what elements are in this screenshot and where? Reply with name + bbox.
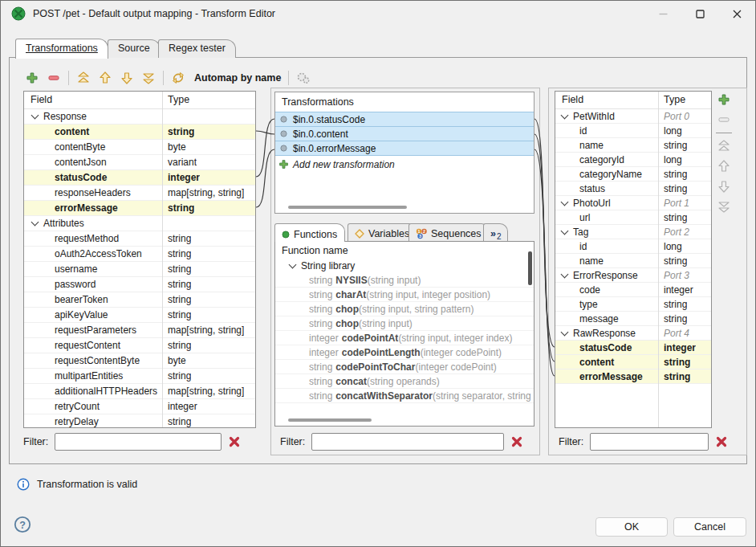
transformation-row[interactable]: $in.0.errorMessage (275, 141, 534, 156)
function-row[interactable]: stringconcat(string operands) (275, 374, 534, 389)
add-button[interactable] (25, 71, 39, 85)
table-row[interactable]: requestParametersmap[string, string] (24, 323, 255, 338)
cancel-button[interactable]: Cancel (673, 517, 746, 537)
tab-source[interactable]: Source (108, 39, 161, 58)
function-row[interactable]: integercodePointAt(string input, integer… (275, 331, 534, 345)
function-row[interactable]: stringchop(string input) (275, 316, 534, 331)
clear-input-filter-button[interactable] (229, 436, 240, 447)
output-table-body: PetWithIdPort 0idlongnamestringcategoryI… (555, 109, 711, 384)
table-row[interactable]: errorMessagestring (555, 369, 711, 384)
function-list-body: stringNYSIIS(string input)stringcharAt(s… (275, 273, 534, 403)
clear-output-filter-button[interactable] (716, 436, 727, 447)
table-row[interactable]: ErrorResponsePort 3 (555, 268, 711, 283)
move-top-output-button[interactable] (717, 139, 731, 153)
function-row[interactable]: stringNYSIIS(string input) (275, 273, 534, 288)
table-row[interactable]: oAuth2AccessTokenstring (24, 247, 255, 262)
transformation-row[interactable]: $in.0.content (275, 126, 534, 141)
input-filter-label: Filter: (23, 436, 48, 447)
table-row[interactable]: idlong (555, 239, 711, 254)
function-row[interactable]: stringchop(string input, string pattern) (275, 302, 534, 316)
table-row[interactable]: statusstring (555, 182, 711, 196)
help-button[interactable]: ? (14, 516, 31, 533)
move-bottom-button[interactable] (141, 71, 156, 85)
transformations-hscrollbar[interactable] (288, 206, 407, 209)
table-row[interactable]: TagPort 2 (555, 225, 711, 239)
automap-settings-button[interactable] (296, 71, 311, 85)
automap-button[interactable] (171, 71, 185, 85)
tab-transformations[interactable]: Transformations (15, 39, 108, 59)
function-list-hscrollbar[interactable] (288, 418, 372, 422)
type-cell: byte (162, 141, 186, 153)
function-filter-field[interactable] (311, 433, 504, 451)
table-row[interactable]: errorMessagestring (24, 201, 255, 216)
function-row[interactable]: stringconcatWithSeparator(string separat… (275, 389, 534, 403)
field-cell: content (555, 357, 658, 368)
move-up-output-button[interactable] (717, 159, 731, 173)
table-row[interactable]: PetWithIdPort 0 (555, 109, 711, 124)
table-row[interactable]: contentstring (555, 355, 711, 369)
function-row[interactable]: integercodePointLength(integer codePoint… (275, 345, 534, 360)
add-new-transformation-button[interactable]: Add new transformation (275, 157, 534, 172)
table-row[interactable]: typestring (555, 297, 711, 312)
table-row[interactable]: Response (24, 109, 255, 125)
function-group-row[interactable]: String library (275, 259, 534, 273)
table-row[interactable]: usernamestring (24, 262, 255, 277)
table-row[interactable]: codeinteger (555, 283, 711, 297)
tab-functions[interactable]: Functions (274, 223, 345, 242)
table-row[interactable]: namestring (555, 254, 711, 268)
move-bottom-output-button[interactable] (717, 199, 731, 214)
add-output-button[interactable] (717, 92, 731, 107)
table-row[interactable]: namestring (555, 138, 711, 153)
maximize-icon (696, 10, 705, 18)
table-row[interactable]: contentstring (24, 125, 255, 140)
function-row[interactable]: stringcharAt(string input, integer posit… (275, 288, 534, 302)
table-row[interactable]: statusCodeinteger (555, 341, 711, 355)
output-filter-field[interactable] (590, 433, 709, 451)
table-row[interactable]: PhotoUrlPort 1 (555, 196, 711, 210)
tab-regex-tester[interactable]: Regex tester (158, 39, 236, 58)
function-list-vscrollbar[interactable] (528, 251, 532, 285)
transformation-row[interactable]: $in.0.statusCode (275, 112, 534, 127)
table-row[interactable]: retryCountinteger (24, 399, 255, 414)
ok-button[interactable]: OK (595, 517, 668, 537)
table-row[interactable]: statusCodeinteger (24, 170, 255, 186)
table-row[interactable]: contentJsonvariant (24, 155, 255, 170)
table-row[interactable]: multipartEntitiesstring (24, 369, 255, 384)
tab-variables[interactable]: Variables (348, 223, 417, 241)
table-row[interactable]: categoryNamestring (555, 167, 711, 182)
table-row[interactable]: messagestring (555, 312, 711, 326)
move-down-button[interactable] (120, 71, 134, 85)
table-row[interactable]: apiKeyValuestring (24, 308, 255, 323)
functions-icon (282, 231, 290, 239)
tab-sequences[interactable]: 1 2 3 Sequences (408, 223, 490, 241)
clear-function-filter-button[interactable] (511, 436, 522, 447)
table-row[interactable]: RawResponsePort 4 (555, 326, 711, 341)
table-row[interactable]: retryDelaystring (24, 414, 255, 428)
move-down-output-button[interactable] (717, 179, 731, 194)
table-row[interactable]: requestMethodstring (24, 231, 255, 247)
table-row[interactable]: Attributes (24, 216, 255, 231)
table-row[interactable]: requestContentstring (24, 338, 255, 353)
table-row[interactable]: idlong (555, 124, 711, 138)
minimize-button[interactable] (644, 1, 681, 27)
close-button[interactable] (718, 1, 755, 27)
table-row[interactable]: contentBytebyte (24, 140, 255, 155)
table-row[interactable]: urlstring (555, 210, 711, 225)
remove-output-button[interactable] (717, 112, 731, 127)
type-cell: string (658, 140, 687, 151)
automap-by-name-label[interactable]: Automap by name (194, 72, 281, 84)
input-filter-field[interactable] (55, 433, 222, 451)
table-row[interactable]: bearerTokenstring (24, 292, 255, 308)
remove-button[interactable] (47, 71, 61, 85)
tab-overflow[interactable]: » 2 (483, 223, 508, 241)
table-row[interactable]: requestContentBytebyte (24, 353, 255, 369)
maximize-button[interactable] (681, 1, 718, 27)
move-top-button[interactable] (76, 71, 91, 85)
table-row[interactable]: passwordstring (24, 277, 255, 292)
type-cell: string (162, 263, 191, 275)
table-row[interactable]: additionalHTTPHeadersmap[string, string] (24, 384, 255, 399)
move-up-button[interactable] (98, 71, 112, 85)
table-row[interactable]: categoryIdlong (555, 153, 711, 167)
table-row[interactable]: responseHeadersmap[string, string] (24, 186, 255, 201)
function-row[interactable]: stringcodePointToChar(integer codePoint) (275, 360, 534, 374)
